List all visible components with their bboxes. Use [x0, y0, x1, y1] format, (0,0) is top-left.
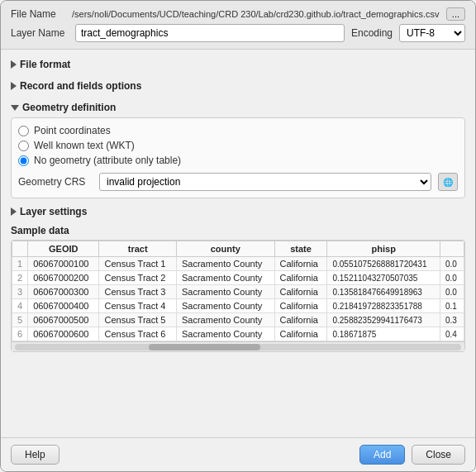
radio-no-geometry-label: No geometry (attribute only table): [34, 155, 181, 166]
table-cell: 5: [12, 313, 28, 327]
section-layer-settings-header[interactable]: Layer settings: [11, 203, 465, 220]
table-cell: Census Tract 4: [99, 299, 177, 313]
radio-no-geometry[interactable]: No geometry (attribute only table): [18, 155, 458, 166]
table-cell: 0.4: [440, 327, 464, 341]
radio-wkt-label: Well known text (WKT): [34, 140, 135, 151]
table-cell: Sacramento County: [177, 313, 275, 327]
table-cell: Sacramento County: [177, 327, 275, 341]
radio-point-coords[interactable]: Point coordinates: [18, 125, 458, 136]
section-layer-settings-label: Layer settings: [20, 206, 87, 217]
radio-point-coords-label: Point coordinates: [34, 125, 111, 136]
triangle-right-icon3: [11, 207, 17, 216]
section-geometry-header[interactable]: Geometry definition: [11, 99, 465, 116]
scrollbar-thumb: [149, 344, 260, 350]
table-scroll[interactable]: GEOID tract county state phisp 106067000…: [12, 241, 464, 341]
table-cell: Census Tract 2: [99, 271, 177, 285]
table-cell: 0.18671875: [327, 327, 440, 341]
crs-icon-button[interactable]: 🌐: [438, 173, 458, 191]
table-cell: Sacramento County: [177, 299, 275, 313]
table-row: 106067000100Census Tract 1Sacramento Cou…: [12, 257, 464, 271]
horizontal-scrollbar[interactable]: [12, 341, 464, 351]
col-header-extra: [440, 241, 464, 257]
encoding-label: Encoding: [351, 27, 393, 39]
triangle-right-icon2: [11, 82, 17, 90]
dialog: File Name /sers/noli/Documents/UCD/teach…: [0, 0, 476, 472]
radio-wkt[interactable]: Well known text (WKT): [18, 140, 458, 151]
table-cell: 6: [12, 327, 28, 341]
radio-no-geometry-input[interactable]: [18, 155, 29, 166]
section-file-format-label: File format: [20, 59, 70, 70]
sample-data-label: Sample data: [11, 225, 465, 236]
table-cell: 0.15211043270507035: [327, 271, 440, 285]
file-path: /sers/noli/Documents/UCD/teaching/CRD 23…: [72, 9, 443, 19]
file-browse-button[interactable]: ...: [446, 7, 465, 21]
table-cell: California: [274, 313, 327, 327]
crs-select[interactable]: invalid projection: [99, 173, 431, 191]
table-row: 406067000400Census Tract 4Sacramento Cou…: [12, 299, 464, 313]
content-area: File format Record and fields options Ge…: [1, 50, 475, 437]
table-header-row: GEOID tract county state phisp: [12, 241, 464, 257]
table-cell: California: [274, 327, 327, 341]
sample-data-section: Sample data GEOID tract county state phi…: [11, 225, 465, 352]
table-row: 506067000500Census Tract 5Sacramento Cou…: [12, 313, 464, 327]
table-cell: 0.0: [440, 257, 464, 271]
section-file-format: File format: [11, 56, 465, 73]
table-cell: 06067000600: [28, 327, 99, 341]
col-header-phisp: phisp: [327, 241, 440, 257]
table-cell: Census Tract 6: [99, 327, 177, 341]
table-cell: 2: [12, 271, 28, 285]
table-cell: 0.0551075268881720431: [327, 257, 440, 271]
table-cell: 0.258823529941176473: [327, 313, 440, 327]
table-cell: 3: [12, 285, 28, 299]
table-cell: California: [274, 299, 327, 313]
table-cell: 06067000100: [28, 257, 99, 271]
table-row: 306067000300Census Tract 3Sacramento Cou…: [12, 285, 464, 299]
section-record-fields-header[interactable]: Record and fields options: [11, 78, 465, 94]
table-cell: 06067000300: [28, 285, 99, 299]
section-file-format-header[interactable]: File format: [11, 56, 465, 73]
bottom-bar: Help Add Close: [1, 437, 475, 471]
col-header-county: county: [177, 241, 275, 257]
add-button[interactable]: Add: [359, 445, 405, 465]
table-cell: Sacramento County: [177, 285, 275, 299]
geometry-body: Point coordinates Well known text (WKT) …: [11, 117, 465, 198]
table-cell: Census Tract 3: [99, 285, 177, 299]
table-cell: 0.218419728823351788: [327, 299, 440, 313]
top-bar: File Name /sers/noli/Documents/UCD/teach…: [1, 1, 475, 50]
table-cell: 06067000500: [28, 313, 99, 327]
col-header-tract: tract: [99, 241, 177, 257]
table-cell: 0.3: [440, 313, 464, 327]
triangle-down-icon: [11, 105, 19, 111]
col-header-row-num: [12, 241, 28, 257]
section-geometry: Geometry definition Point coordinates We…: [11, 99, 465, 198]
col-header-geoid: GEOID: [28, 241, 99, 257]
layer-name-label: Layer Name: [11, 27, 69, 39]
table-cell: 0.1: [440, 299, 464, 313]
table-cell: Census Tract 1: [99, 257, 177, 271]
table-cell: California: [274, 257, 327, 271]
table-cell: 1: [12, 257, 28, 271]
sample-data-table: GEOID tract county state phisp 106067000…: [12, 241, 464, 341]
table-cell: 0.0: [440, 271, 464, 285]
help-button[interactable]: Help: [11, 445, 60, 465]
table-cell: Sacramento County: [177, 257, 275, 271]
table-cell: 0.0: [440, 285, 464, 299]
table-cell: Census Tract 5: [99, 313, 177, 327]
table-row: 206067000200Census Tract 2Sacramento Cou…: [12, 271, 464, 285]
table-cell: California: [274, 285, 327, 299]
layer-name-input[interactable]: [75, 24, 345, 42]
section-geometry-label: Geometry definition: [22, 102, 116, 113]
file-name-label: File Name: [11, 8, 69, 20]
encoding-select[interactable]: UTF-8: [399, 24, 465, 42]
radio-point-coords-input[interactable]: [18, 126, 29, 136]
sample-data-table-container: GEOID tract county state phisp 106067000…: [11, 240, 465, 352]
triangle-right-icon: [11, 60, 17, 69]
table-cell: Sacramento County: [177, 271, 275, 285]
close-button[interactable]: Close: [412, 445, 465, 465]
table-cell: California: [274, 271, 327, 285]
section-layer-settings: Layer settings: [11, 203, 465, 220]
table-cell: 0.135818476649918963: [327, 285, 440, 299]
radio-wkt-input[interactable]: [18, 141, 29, 151]
crs-label: Geometry CRS: [18, 176, 93, 188]
section-record-fields-label: Record and fields options: [20, 80, 141, 92]
